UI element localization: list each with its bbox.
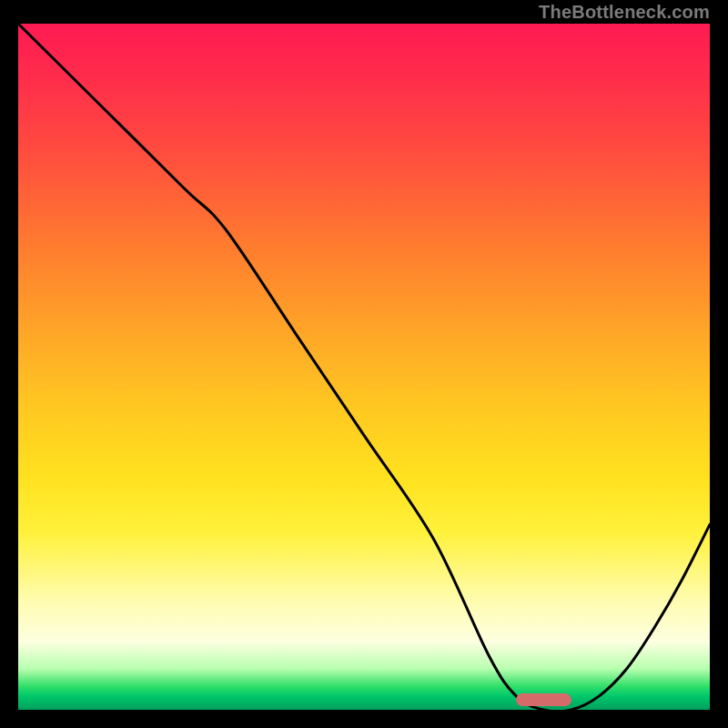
- optimal-range-marker: [516, 693, 571, 706]
- bottleneck-curve: [18, 24, 710, 710]
- watermark-text: TheBottleneck.com: [539, 2, 710, 23]
- chart-frame: TheBottleneck.com: [0, 0, 728, 728]
- plot-area: [18, 24, 710, 710]
